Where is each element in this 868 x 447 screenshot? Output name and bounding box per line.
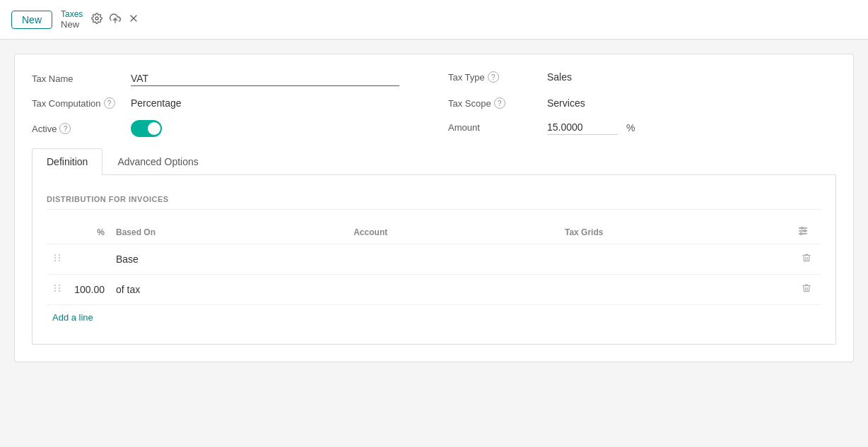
- table-settings-icon[interactable]: [797, 227, 809, 239]
- svg-point-0: [95, 17, 98, 20]
- tax-computation-select[interactable]: Percentage: [131, 97, 182, 109]
- tax-scope-value: Services: [547, 97, 836, 109]
- field-tax-scope: Tax Scope ? Services: [448, 97, 836, 109]
- close-icon[interactable]: [128, 13, 139, 27]
- new-button[interactable]: New: [11, 11, 52, 29]
- tax-type-label: Tax Type ?: [448, 71, 547, 83]
- gear-icon[interactable]: [91, 13, 102, 27]
- svg-point-8: [804, 230, 806, 232]
- tax-computation-label: Tax Computation ?: [32, 97, 131, 109]
- svg-point-13: [59, 257, 60, 258]
- form-row-3: Active ? Amount %: [32, 120, 836, 137]
- row2-account[interactable]: [348, 275, 559, 305]
- field-tax-computation: Tax Computation ? Percentage: [32, 97, 420, 109]
- breadcrumb-current: New: [61, 19, 83, 30]
- form-row-2: Tax Computation ? Percentage Tax Scope ?…: [32, 97, 836, 109]
- row1-tax-grids[interactable]: [559, 244, 792, 275]
- svg-point-20: [54, 290, 56, 292]
- topbar: New Taxes New: [0, 0, 868, 40]
- section-title: DISTRIBUTION FOR INVOICES: [47, 195, 821, 210]
- svg-point-18: [54, 287, 56, 289]
- tab-definition[interactable]: Definition: [32, 148, 102, 175]
- row1-delete-button[interactable]: [797, 251, 816, 267]
- col-settings: [792, 221, 821, 244]
- drag-handle-2[interactable]: [47, 275, 68, 305]
- svg-point-21: [59, 290, 60, 292]
- main-content: Tax Name Tax Type ? Sales Tax Computatio…: [0, 40, 868, 376]
- svg-point-14: [54, 260, 56, 261]
- tab-advanced-options[interactable]: Advanced Options: [102, 148, 213, 174]
- row1-percent: [68, 244, 110, 275]
- tax-name-input[interactable]: [131, 71, 399, 86]
- svg-point-19: [59, 287, 60, 289]
- active-toggle-container: [131, 120, 420, 137]
- field-tax-type: Tax Type ? Sales: [448, 71, 836, 83]
- form-row-1: Tax Name Tax Type ? Sales: [32, 71, 836, 86]
- tax-scope-help-icon[interactable]: ?: [494, 97, 505, 109]
- amount-input[interactable]: [547, 120, 618, 135]
- tax-type-value: Sales: [547, 71, 836, 83]
- table-header: % Based On Account Tax Grids: [47, 221, 821, 244]
- breadcrumb: Taxes New: [61, 9, 83, 30]
- tax-computation-help-icon[interactable]: ?: [104, 97, 115, 109]
- add-line-button[interactable]: Add a line: [47, 305, 99, 330]
- tax-type-select[interactable]: Sales: [547, 71, 572, 83]
- amount-value-container: %: [547, 120, 836, 135]
- tabs: Definition Advanced Options: [32, 148, 836, 175]
- svg-point-7: [801, 227, 803, 230]
- col-tax-grids: Tax Grids: [559, 221, 792, 244]
- row2-based-on: of tax: [110, 275, 348, 305]
- drag-handle-1[interactable]: [47, 244, 68, 275]
- svg-point-15: [59, 260, 60, 261]
- row1-based-on: Base: [110, 244, 348, 275]
- svg-point-9: [800, 233, 802, 235]
- amount-label: Amount: [448, 122, 547, 133]
- row1-delete-cell: [792, 244, 821, 275]
- row2-percent: 100.00: [68, 275, 110, 305]
- active-label: Active ?: [32, 123, 131, 134]
- amount-row: %: [547, 120, 836, 135]
- svg-point-16: [54, 285, 56, 286]
- svg-point-11: [59, 254, 60, 256]
- tax-type-help-icon[interactable]: ?: [488, 71, 499, 83]
- field-active: Active ?: [32, 120, 420, 137]
- tax-name-value: [131, 71, 420, 86]
- tax-computation-value: Percentage: [131, 97, 420, 109]
- tax-scope-select[interactable]: Services: [547, 97, 585, 109]
- row2-tax-grids[interactable]: [559, 275, 792, 305]
- row1-account[interactable]: [348, 244, 559, 275]
- breadcrumb-parent[interactable]: Taxes: [61, 9, 83, 19]
- tab-content-definition: DISTRIBUTION FOR INVOICES % Based On Acc…: [32, 175, 836, 345]
- col-based-on: Based On: [110, 221, 348, 244]
- field-tax-name: Tax Name: [32, 71, 420, 86]
- active-toggle[interactable]: [131, 120, 162, 137]
- form-card: Tax Name Tax Type ? Sales Tax Computatio…: [14, 54, 854, 362]
- distribution-table: % Based On Account Tax Grids: [47, 221, 821, 305]
- topbar-actions: [91, 13, 139, 27]
- row2-delete-cell: [792, 275, 821, 305]
- svg-point-10: [54, 254, 56, 256]
- table-row: Base: [47, 244, 821, 275]
- tax-name-label: Tax Name: [32, 73, 131, 84]
- table-body: Base: [47, 244, 821, 305]
- field-amount: Amount %: [448, 120, 836, 135]
- active-help-icon[interactable]: ?: [59, 123, 71, 134]
- col-percent: %: [68, 221, 110, 244]
- col-account: Account: [348, 221, 559, 244]
- col-drag: [47, 221, 68, 244]
- table-row: 100.00 of tax: [47, 275, 821, 305]
- svg-point-17: [59, 285, 60, 286]
- amount-unit: %: [626, 122, 635, 133]
- toggle-slider: [131, 120, 162, 137]
- cloud-upload-icon[interactable]: [110, 13, 121, 27]
- distribution-section: DISTRIBUTION FOR INVOICES % Based On Acc…: [47, 195, 821, 330]
- tax-scope-label: Tax Scope ?: [448, 97, 547, 109]
- svg-point-12: [54, 257, 56, 258]
- row2-delete-button[interactable]: [797, 282, 816, 297]
